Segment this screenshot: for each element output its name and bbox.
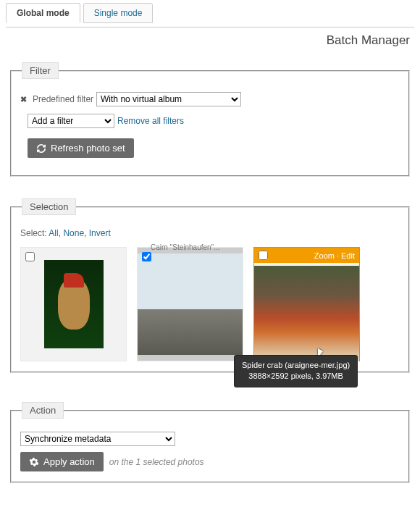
remove-all-filters-link[interactable]: Remove all filters bbox=[117, 116, 184, 126]
add-filter-select[interactable]: Add a filter bbox=[28, 114, 114, 128]
thumbnail-image bbox=[254, 266, 359, 361]
tab-global-mode[interactable]: Global mode bbox=[6, 3, 80, 23]
select-none-link[interactable]: None bbox=[63, 228, 84, 238]
select-all-link[interactable]: All bbox=[49, 228, 58, 238]
refresh-icon bbox=[36, 143, 46, 154]
filter-fieldset: Filter ✖ Predefined filter With no virtu… bbox=[10, 62, 410, 177]
apply-action-note: on the 1 selected photos bbox=[109, 457, 204, 467]
thumbnail-item[interactable] bbox=[20, 247, 127, 361]
thumbnail-checkbox[interactable] bbox=[25, 252, 35, 261]
thumbnail-image bbox=[138, 253, 243, 355]
select-invert-link[interactable]: Invert bbox=[89, 228, 111, 238]
separator-dot: · bbox=[337, 251, 339, 260]
tab-single-mode[interactable]: Single mode bbox=[83, 3, 154, 23]
selection-fieldset: Selection Select: All, None, Invert Cair… bbox=[10, 198, 410, 373]
thumbnail-item[interactable]: Cairn "Steinhaufen"... bbox=[137, 247, 243, 361]
action-select[interactable]: Synchronize metadata bbox=[20, 432, 175, 446]
action-fieldset: Action Synchronize metadata Apply action… bbox=[10, 402, 410, 483]
thumbnail-item[interactable]: Zoom · Edit Spider crab (araignee-mer.jp… bbox=[253, 247, 360, 361]
thumbnail-zoom-link[interactable]: Zoom bbox=[314, 251, 335, 260]
mode-tabs: Global mode Single mode bbox=[6, 0, 414, 23]
refresh-button-label: Refresh photo set bbox=[51, 143, 125, 154]
thumbnail-edit-link[interactable]: Edit bbox=[341, 251, 355, 260]
thumbnail-checkbox[interactable] bbox=[142, 252, 151, 261]
action-legend: Action bbox=[22, 402, 64, 419]
predefined-filter-select[interactable]: With no virtual album bbox=[96, 92, 241, 106]
thumbnail-image bbox=[44, 260, 104, 348]
apply-action-label: Apply action bbox=[43, 456, 95, 467]
gear-icon bbox=[29, 457, 39, 467]
refresh-photo-set-button[interactable]: Refresh photo set bbox=[28, 138, 134, 158]
thumbnail-checkbox[interactable] bbox=[259, 251, 268, 260]
page-title: Batch Manager bbox=[6, 28, 414, 62]
selection-legend: Selection bbox=[22, 198, 76, 215]
predefined-filter-label: Predefined filter bbox=[33, 94, 93, 104]
thumbnail-caption: Cairn "Steinhaufen"... bbox=[151, 243, 243, 251]
select-label: Select: bbox=[20, 228, 47, 238]
apply-action-button[interactable]: Apply action bbox=[20, 452, 104, 471]
thumbnail-tooltip: Spider crab (araignee-mer.jpg) 3888×2592… bbox=[234, 355, 358, 387]
remove-filter-icon[interactable]: ✖ bbox=[20, 95, 27, 104]
filter-legend: Filter bbox=[22, 62, 59, 79]
